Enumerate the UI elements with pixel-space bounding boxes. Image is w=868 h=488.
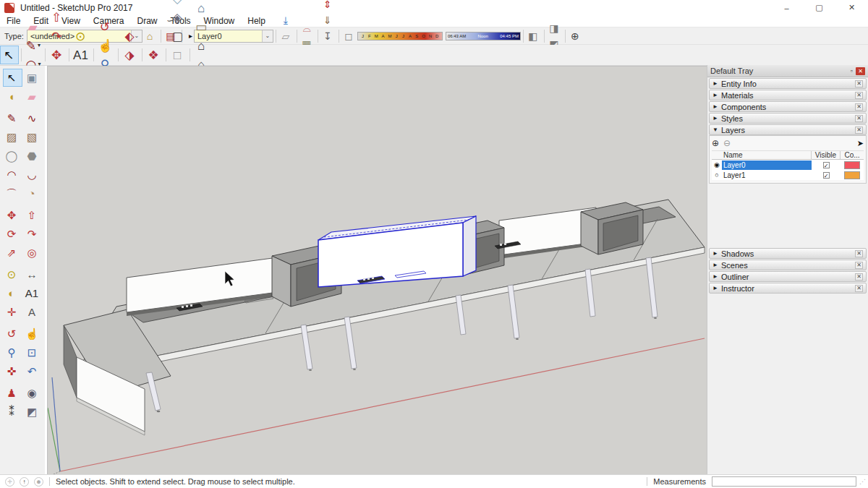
dimension-tool[interactable]: ↔ (23, 265, 43, 283)
make-component-tool[interactable]: ▣ (23, 69, 43, 87)
menu-file[interactable]: File (0, 15, 27, 27)
section-plane-tool[interactable]: ◩ (23, 403, 43, 421)
protractor-tool[interactable]: ◐ (3, 284, 22, 302)
arc-tool[interactable]: ◠ (3, 166, 22, 184)
maximize-button[interactable]: ▢ (803, 0, 835, 15)
extension-warehouse-icon[interactable]: ❖ (145, 46, 163, 64)
layer-visible-checkbox[interactable]: ✓ (823, 162, 830, 168)
3d-text-tool[interactable]: A (23, 303, 43, 321)
rotate-tool[interactable]: ⟳ (3, 225, 22, 243)
expand-arrow-icon[interactable]: ► (712, 250, 721, 257)
panel-close-icon[interactable]: ✕ (855, 273, 863, 281)
face-style-back-edges-icon[interactable]: ◈ (169, 8, 187, 27)
view-top-icon[interactable]: ▭ (192, 17, 211, 36)
view-iso-icon[interactable]: ⌂ (192, 0, 211, 17)
drape-icon[interactable]: ↧ (320, 28, 336, 44)
combo-dropdown-icon[interactable]: ⌄ (262, 30, 273, 42)
move-tool[interactable]: ✥ (48, 46, 67, 64)
select-tool[interactable]: ↖ (3, 69, 22, 87)
add-layer-button[interactable]: ⊕ (712, 138, 719, 148)
select-tool[interactable]: ↖ (0, 46, 19, 64)
line-tool[interactable]: ✎ (3, 109, 22, 127)
tray-pin-icon[interactable]: ▫ (851, 67, 853, 74)
from-contours-icon[interactable]: ⌓ (299, 20, 315, 36)
toggle-terrain-icon[interactable]: ▱ (278, 28, 294, 44)
layer-name[interactable]: Layer1 (722, 171, 812, 180)
expand-arrow-icon[interactable]: ► (712, 92, 721, 98)
3d-warehouse-icon[interactable]: ⬖ (121, 27, 140, 46)
push-pull-tool[interactable]: ⇧ (23, 206, 43, 224)
eraser-tool[interactable]: ▰ (24, 17, 43, 36)
layer-row[interactable]: ◉ Layer0 ✓ (712, 160, 864, 170)
text-tool[interactable]: A1 (72, 46, 91, 64)
tray-panel-components[interactable]: ► Components ✕ (709, 101, 867, 112)
pie-tool[interactable]: ◔ (23, 184, 43, 202)
follow-me-tool[interactable]: ↷ (23, 225, 43, 243)
expand-arrow-icon[interactable]: ► (712, 262, 721, 268)
panel-close-icon[interactable]: ✕ (855, 92, 863, 99)
layer-color-swatch[interactable] (844, 171, 860, 179)
panel-close-icon[interactable]: ✕ (855, 115, 863, 122)
shadow-settings-icon[interactable]: ◻ (341, 28, 357, 44)
expand-arrow-icon[interactable]: ▼ (712, 127, 721, 133)
position-camera-tool[interactable]: ♟ (3, 384, 22, 402)
orbit-tool[interactable]: ↺ (96, 17, 115, 36)
close-button[interactable]: ✕ (835, 0, 868, 15)
eraser-tool[interactable]: ▰ (23, 87, 43, 106)
navigation-compass-icon[interactable]: ⊕ (568, 28, 584, 44)
tray-panel-instructor[interactable]: ► Instructor ✕ (709, 283, 867, 294)
three-point-arc-tool[interactable]: ⌒ (3, 184, 22, 202)
paint-bucket-tool[interactable]: ◖ (3, 87, 22, 106)
rectangle-tool[interactable]: ▨ (3, 128, 22, 146)
sign-in-status-icon[interactable]: ☻ (34, 477, 43, 487)
panel-close-icon[interactable]: ✕ (855, 285, 863, 292)
tray-panel-scenes[interactable]: ► Scenes ✕ (709, 260, 867, 270)
shadow-time-slider[interactable]: 06:43 AM Noon 04:45 PM (446, 32, 521, 40)
expand-arrow-icon[interactable]: ► (712, 115, 721, 121)
scale-tool[interactable]: ⇗ (3, 244, 22, 262)
zoom-tool[interactable]: ⚲ (3, 343, 22, 361)
display-shadows-icon[interactable]: ◧ (526, 28, 542, 44)
menu-help[interactable]: Help (241, 15, 272, 27)
zoom-window-tool[interactable]: ⊡ (23, 343, 43, 361)
layer-name[interactable]: Layer0 (722, 160, 812, 170)
pan-tool[interactable]: ☝ (96, 36, 116, 55)
face-style-wireframe-icon[interactable]: ▢ (169, 27, 187, 46)
layer-row[interactable]: ○ Layer1 ✓ (712, 170, 864, 180)
tray-panel-layers[interactable]: ▼ Layers ✕ (709, 124, 867, 135)
line-tool[interactable]: ✎▾ (24, 36, 43, 55)
tray-panel-styles[interactable]: ► Styles ✕ (709, 113, 867, 124)
zoom-extents-tool[interactable]: ✜ (3, 362, 22, 380)
classifier-tool-icon[interactable]: ⌂ (142, 28, 158, 44)
panel-close-icon[interactable]: ✕ (855, 250, 863, 257)
expand-arrow-icon[interactable]: ► (712, 103, 721, 110)
add-location-icon[interactable]: ⤓ (278, 12, 294, 28)
pan-tool[interactable]: ☝ (23, 325, 43, 343)
layer-visible-checkbox[interactable]: ✓ (823, 172, 830, 179)
menu-draw[interactable]: Draw (131, 15, 164, 27)
layer-current-radio[interactable]: ○ (712, 171, 722, 179)
text-tool[interactable]: A1 (23, 284, 43, 302)
freehand-tool[interactable]: ∿ (23, 109, 43, 127)
minimize-button[interactable]: – (770, 0, 803, 15)
shadow-date-slider[interactable]: J F M A M J J A S O N D (357, 32, 443, 40)
rotated-rectangle-tool[interactable]: ▧ (23, 128, 43, 146)
offset-tool[interactable]: ◎ (23, 244, 43, 262)
axes-tool[interactable]: ✛ (3, 303, 22, 321)
move-tool[interactable]: ✥ (3, 206, 22, 224)
panel-close-icon[interactable]: ✕ (855, 103, 863, 111)
storage-cube-right[interactable] (581, 202, 643, 254)
face-style-hidden-line-icon[interactable]: □ (169, 46, 187, 64)
panel-close-icon[interactable]: ✕ (855, 127, 863, 134)
measurements-input[interactable] (712, 476, 856, 487)
section-plane-display-icon[interactable]: ◨ (547, 20, 563, 36)
panel-close-icon[interactable]: ✕ (855, 80, 863, 87)
tray-panel-entity-info[interactable]: ► Entity Info ✕ (709, 78, 867, 89)
polygon-tool[interactable]: ⬣ (23, 147, 43, 165)
view-front-icon[interactable]: ⌂ (192, 36, 211, 55)
viewport-canvas[interactable] (47, 66, 707, 474)
layers-detail-arrow-icon[interactable]: ➤ (857, 139, 864, 148)
layer-current-radio[interactable]: ◉ (712, 161, 722, 168)
geolocation-status-icon[interactable]: ✛ (5, 477, 14, 487)
expand-arrow-icon[interactable]: ► (712, 80, 721, 87)
